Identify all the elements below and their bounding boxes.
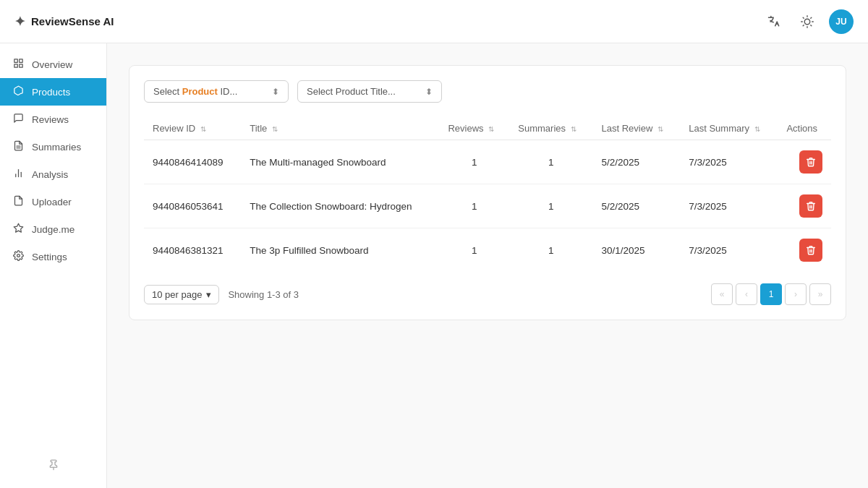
svg-marker-18 [14,223,23,232]
table-row: 9440846381321 The 3p Fulfilled Snowboard… [144,228,831,273]
sidebar-item-judgeme[interactable]: Judge.me [0,215,106,243]
user-avatar[interactable]: JU [829,9,854,34]
theme-toggle-button[interactable] [796,10,819,33]
sidebar-products-label: Products [32,87,70,98]
last-page-button[interactable]: » [809,283,831,305]
cell-last-review: 30/1/2025 [592,228,680,273]
sidebar-summaries-label: Summaries [32,142,81,153]
reviews-icon [12,113,25,126]
sort-title-icon: ⇅ [272,125,278,133]
col-review-id[interactable]: Review ID ⇅ [144,117,241,140]
product-title-label: Select Product Title... [307,86,396,97]
svg-line-4 [811,25,812,25]
table-row: 9440846414089 The Multi-managed Snowboar… [144,140,831,184]
cell-reviews: 1 [439,184,509,228]
products-icon [12,85,25,98]
pin-icon [48,459,59,474]
cell-last-summary: 7/3/2025 [680,140,778,184]
sidebar: Overview Products Reviews [0,43,107,488]
cell-last-review: 5/2/2025 [592,184,680,228]
col-last-review[interactable]: Last Review ⇅ [592,117,680,140]
cell-review-id: 9440846053641 [144,184,241,228]
first-page-button[interactable]: « [711,283,733,305]
product-id-label: Select Product ID... [153,86,237,97]
filters-row: Select Product ID... ⬍ Select Product Ti… [144,80,831,103]
sidebar-item-products[interactable]: Products [0,78,106,106]
uploader-icon [12,195,25,208]
sidebar-item-analysis[interactable]: Analysis [0,160,106,188]
sort-summaries-icon: ⇅ [571,125,576,133]
svg-rect-12 [19,64,22,67]
cell-summaries: 1 [509,184,592,228]
main-layout: Overview Products Reviews [0,43,868,488]
product-id-dropdown[interactable]: Select Product ID... ⬍ [144,80,289,103]
logo: ✦ ReviewSense AI [14,14,114,30]
svg-line-7 [803,25,804,25]
prev-page-button[interactable]: ‹ [736,283,757,305]
sidebar-reviews-label: Reviews [32,114,69,125]
sort-last-summary-icon: ⇅ [754,125,760,133]
main-content: Select Product ID... ⬍ Select Product Ti… [107,43,868,488]
sidebar-analysis-label: Analysis [32,169,68,180]
cell-title: The 3p Fulfilled Snowboard [241,228,439,273]
sidebar-uploader-label: Uploader [32,197,72,207]
delete-button[interactable] [799,239,822,262]
col-title[interactable]: Title ⇅ [241,117,439,140]
svg-line-3 [803,17,804,18]
showing-text: Showing 1-3 of 3 [228,289,299,300]
table-header-row: Review ID ⇅ Title ⇅ Reviews ⇅ Summaries … [144,117,831,140]
cell-actions [778,140,831,184]
products-table: Review ID ⇅ Title ⇅ Reviews ⇅ Summaries … [144,117,831,272]
pagination-controls: « ‹ 1 › » [711,283,831,305]
cell-last-review: 5/2/2025 [592,140,680,184]
delete-button[interactable] [799,150,822,174]
sidebar-judgeme-label: Judge.me [32,224,75,235]
next-page-button[interactable]: › [785,283,807,305]
sidebar-overview-label: Overview [32,59,72,70]
cell-actions [778,228,831,273]
cell-summaries: 1 [509,228,592,273]
cell-reviews: 1 [439,228,509,273]
cell-summaries: 1 [509,140,592,184]
settings-icon [12,250,25,263]
sidebar-item-reviews[interactable]: Reviews [0,106,106,133]
svg-point-19 [17,254,20,257]
product-id-chevron: ⬍ [272,87,279,97]
table-row: 9440846053641 The Collection Snowboard: … [144,184,831,228]
per-page-chevron: ▾ [206,289,211,300]
pagination-left: 10 per page ▾ Showing 1-3 of 3 [144,285,299,304]
svg-rect-10 [19,59,22,62]
svg-line-8 [811,17,812,18]
product-title-chevron: ⬍ [425,87,433,97]
sidebar-item-summaries[interactable]: Summaries [0,133,106,160]
per-page-select[interactable]: 10 per page ▾ [144,285,219,304]
logo-icon: ✦ [14,14,25,30]
header-actions: JU [762,9,854,34]
svg-rect-9 [14,59,17,62]
col-last-summary[interactable]: Last Summary ⇅ [680,117,778,140]
cell-actions [778,184,831,228]
pagination-row: 10 per page ▾ Showing 1-3 of 3 « ‹ 1 › » [144,283,831,305]
cell-title: The Multi-managed Snowboard [241,140,439,184]
product-title-dropdown[interactable]: Select Product Title... ⬍ [297,80,442,103]
cell-last-summary: 7/3/2025 [680,184,778,228]
translate-button[interactable] [762,10,786,33]
cell-review-id: 9440846381321 [144,228,241,273]
judgeme-icon [12,223,25,236]
analysis-icon [12,168,25,181]
sidebar-item-uploader[interactable]: Uploader [0,188,106,215]
delete-button[interactable] [799,194,822,218]
page-1-button[interactable]: 1 [760,283,782,305]
sidebar-item-settings[interactable]: Settings [0,243,106,270]
cell-reviews: 1 [439,140,509,184]
sidebar-bottom [0,452,106,481]
col-summaries[interactable]: Summaries ⇅ [509,117,592,140]
products-card: Select Product ID... ⬍ Select Product Ti… [129,65,846,320]
sort-last-review-icon: ⇅ [658,125,663,133]
svg-point-0 [804,19,810,25]
col-reviews[interactable]: Reviews ⇅ [439,117,509,140]
sidebar-item-overview[interactable]: Overview [0,51,106,78]
sort-reviews-icon: ⇅ [488,125,494,133]
sidebar-settings-label: Settings [32,252,67,262]
col-actions: Actions [778,117,831,140]
